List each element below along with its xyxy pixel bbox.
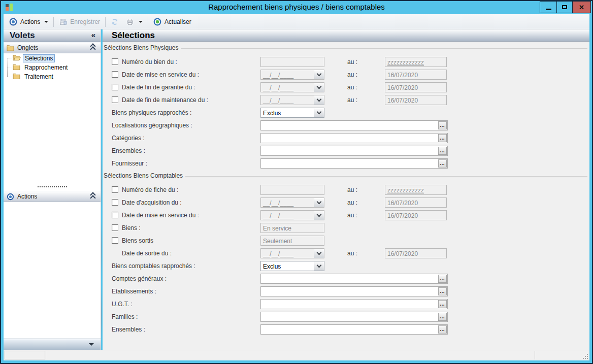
checkbox[interactable] bbox=[112, 71, 118, 78]
printer-icon bbox=[126, 18, 134, 26]
date-combo: __/__/____ bbox=[260, 82, 324, 92]
actions-menu-button[interactable]: Actions bbox=[6, 16, 52, 27]
actions-section-label: Actions bbox=[17, 193, 37, 200]
checkbox[interactable] bbox=[112, 186, 118, 193]
group-label: Sélections Biens Comptables bbox=[104, 172, 587, 179]
checkbox[interactable] bbox=[112, 84, 118, 90]
actions-menu-label: Actions bbox=[20, 18, 40, 25]
actions-section-header[interactable]: Actions bbox=[4, 191, 101, 202]
print-button bbox=[122, 16, 138, 27]
app-window: Rapprochement biens physiques / biens co… bbox=[0, 0, 593, 364]
actualiser-button[interactable]: Actualiser bbox=[150, 16, 195, 27]
toolbar-separator bbox=[105, 17, 106, 27]
date-combo: __/__/____ bbox=[260, 197, 324, 208]
form-row: Comptes généraux :… bbox=[103, 273, 589, 285]
sidebar-item-1[interactable]: Sélections bbox=[4, 54, 101, 63]
picker-input[interactable]: … bbox=[260, 286, 448, 296]
picker-input[interactable]: … bbox=[260, 158, 448, 169]
select-combo[interactable]: Exclus bbox=[260, 108, 324, 118]
minimize-icon bbox=[546, 9, 551, 10]
group-label-line bbox=[181, 48, 587, 49]
tree-stub bbox=[8, 77, 12, 77]
combo-dropdown-button[interactable] bbox=[314, 108, 324, 117]
range-start-input bbox=[260, 185, 324, 195]
ellipsis-button[interactable]: … bbox=[438, 300, 447, 308]
ellipsis-button[interactable]: … bbox=[438, 287, 447, 295]
form-row: Biens sortisSeulement bbox=[103, 235, 589, 247]
title-bar[interactable]: Rapprochement biens physiques / biens co… bbox=[1, 1, 592, 14]
form-row: Biens physiques rapprochés :Exclus bbox=[103, 107, 589, 119]
range-end-input: 16/07/2020 bbox=[385, 248, 447, 258]
picker-input-value bbox=[261, 121, 438, 130]
picker-input[interactable]: … bbox=[260, 312, 448, 322]
collapse-section-icon[interactable] bbox=[90, 45, 95, 51]
folder-icon bbox=[13, 73, 20, 81]
checkbox[interactable] bbox=[112, 212, 118, 218]
status-bar bbox=[4, 350, 589, 360]
field-label: Biens comptables rapprochés : bbox=[112, 262, 195, 270]
combo-dropdown-button[interactable] bbox=[314, 261, 324, 271]
ellipsis-button[interactable]: … bbox=[438, 159, 447, 168]
form-row: Date de fin de maintenance du :__/__/___… bbox=[103, 94, 589, 107]
collapse-section-icon[interactable] bbox=[90, 194, 95, 200]
onglets-section-header[interactable]: Onglets bbox=[4, 42, 101, 53]
collapse-panel-button[interactable]: « bbox=[91, 30, 95, 39]
panel-splitter-handle[interactable] bbox=[38, 186, 67, 187]
date-combo: __/__/____ bbox=[260, 210, 324, 220]
ellipsis-button[interactable]: … bbox=[438, 147, 447, 155]
range-end-input: 16/07/2020 bbox=[385, 197, 447, 208]
picker-input[interactable]: … bbox=[260, 120, 448, 130]
date-combo: __/__/____ bbox=[260, 70, 324, 80]
vertical-splitter[interactable] bbox=[102, 151, 102, 349]
date-combo: __/__/____ bbox=[260, 248, 324, 258]
picker-input-value bbox=[261, 159, 438, 168]
checkbox[interactable] bbox=[112, 237, 118, 244]
combo-dropdown-button bbox=[314, 211, 324, 220]
date-combo: __/__/____ bbox=[260, 95, 324, 105]
group-label-line bbox=[185, 176, 587, 177]
picker-input[interactable]: … bbox=[260, 274, 448, 284]
tree-stub bbox=[8, 58, 12, 59]
picker-input[interactable]: … bbox=[260, 299, 448, 309]
range-end-input: 16/07/2020 bbox=[385, 210, 447, 220]
picker-input[interactable]: … bbox=[260, 146, 448, 156]
ellipsis-button[interactable]: … bbox=[438, 313, 447, 321]
ellipsis-button[interactable]: … bbox=[438, 275, 447, 283]
field-label: Familles : bbox=[112, 313, 138, 320]
date-combo-value: __/__/____ bbox=[261, 198, 314, 207]
ellipsis-button[interactable]: … bbox=[438, 325, 447, 334]
form-row: Date de sortie du :__/__/____au :16/07/2… bbox=[103, 247, 589, 260]
ellipsis-button[interactable]: … bbox=[438, 121, 447, 129]
checkbox[interactable] bbox=[112, 96, 118, 103]
resize-grip[interactable] bbox=[583, 354, 588, 359]
checkbox[interactable] bbox=[112, 58, 118, 65]
sidebar-item-label: Rapprochement bbox=[22, 63, 70, 72]
form-row: Ensembles :… bbox=[103, 145, 589, 157]
print-dropdown-button[interactable] bbox=[138, 19, 146, 24]
checkbox[interactable] bbox=[112, 199, 118, 206]
picker-input[interactable]: … bbox=[260, 133, 448, 143]
form-row: Biens :En service bbox=[103, 222, 589, 235]
field-label: Date de sortie du : bbox=[122, 250, 172, 257]
select-combo-value: Exclus bbox=[261, 108, 314, 117]
sidebar-item-2[interactable]: Rapprochement bbox=[4, 63, 101, 72]
field-label: Biens : bbox=[122, 224, 141, 231]
ellipsis-button[interactable]: … bbox=[438, 134, 447, 142]
picker-input[interactable]: … bbox=[260, 324, 448, 335]
au-label: au : bbox=[347, 58, 357, 65]
volets-title: Volets bbox=[10, 30, 35, 41]
picker-input-value bbox=[261, 300, 438, 309]
select-combo[interactable]: Exclus bbox=[260, 261, 324, 271]
checkbox[interactable] bbox=[112, 224, 118, 231]
field-label: Biens sortis bbox=[122, 237, 153, 244]
close-button[interactable]: ✕ bbox=[572, 1, 591, 13]
sidebar-item-3[interactable]: Traitement bbox=[4, 72, 101, 81]
au-label: au : bbox=[347, 199, 357, 206]
maximize-button[interactable] bbox=[556, 1, 573, 13]
selections-pane: Sélections Sélections Biens PhysiquesNum… bbox=[103, 29, 589, 350]
circled-dot-icon bbox=[7, 193, 14, 201]
chevron-down-icon[interactable] bbox=[89, 343, 94, 346]
status-separator bbox=[535, 351, 535, 359]
form-row: Date de mise en service du :__/__/____au… bbox=[103, 209, 589, 222]
minimize-button[interactable] bbox=[540, 1, 557, 13]
